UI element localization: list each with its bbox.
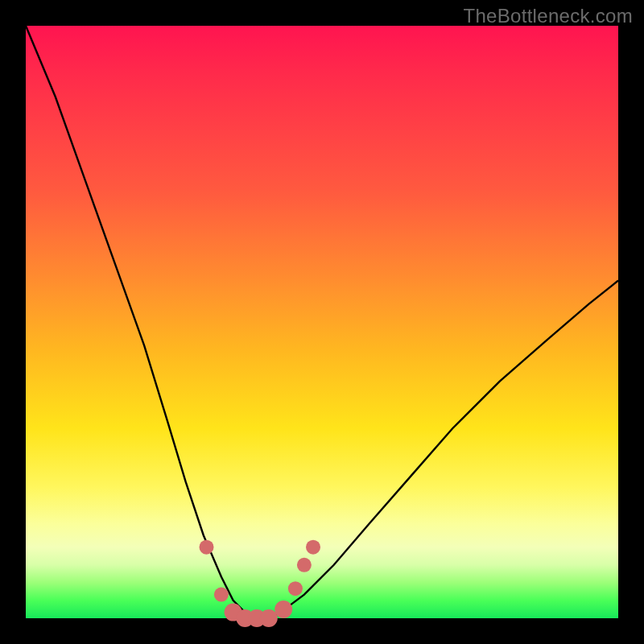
marker-point <box>260 609 278 627</box>
bottleneck-curve-svg <box>26 26 618 618</box>
marker-point <box>275 601 292 618</box>
marker-point <box>214 588 229 602</box>
marker-point <box>288 581 303 596</box>
marker-point <box>306 540 320 555</box>
highlight-markers <box>200 540 321 627</box>
chart-frame: TheBottleneck.com <box>0 0 644 644</box>
marker-point <box>200 540 214 555</box>
bottleneck-curve <box>26 26 618 618</box>
marker-point <box>297 558 312 572</box>
plot-area <box>26 26 618 618</box>
watermark-text: TheBottleneck.com <box>463 5 633 27</box>
